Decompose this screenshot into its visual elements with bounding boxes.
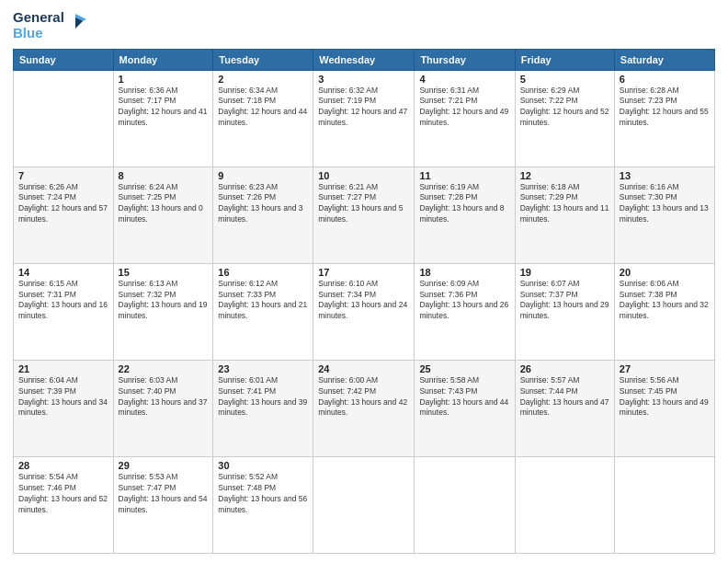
- day-info: Sunrise: 6:10 AM Sunset: 7:34 PM Dayligh…: [318, 279, 409, 323]
- day-cell: 26 Sunrise: 5:57 AM Sunset: 7:44 PM Dayl…: [515, 360, 614, 456]
- header: General Blue: [13, 9, 715, 41]
- day-number: 8: [119, 170, 209, 181]
- week-row-5: 28 Sunrise: 5:54 AM Sunset: 7:46 PM Dayl…: [14, 456, 715, 553]
- day-info: Sunrise: 6:13 AM Sunset: 7:32 PM Dayligh…: [119, 279, 209, 323]
- day-info: Sunrise: 6:07 AM Sunset: 7:37 PM Dayligh…: [520, 279, 609, 323]
- week-row-4: 21 Sunrise: 6:04 AM Sunset: 7:39 PM Dayl…: [14, 360, 715, 456]
- day-cell: 13 Sunrise: 6:16 AM Sunset: 7:30 PM Dayl…: [614, 167, 714, 263]
- day-info: Sunrise: 5:54 AM Sunset: 7:46 PM Dayligh…: [18, 472, 108, 516]
- day-cell: 25 Sunrise: 5:58 AM Sunset: 7:43 PM Dayl…: [415, 360, 515, 456]
- day-info: Sunrise: 6:00 AM Sunset: 7:42 PM Dayligh…: [318, 375, 409, 419]
- day-cell: [313, 456, 415, 553]
- day-info: Sunrise: 6:34 AM Sunset: 7:18 PM Dayligh…: [218, 86, 308, 130]
- day-number: 3: [318, 74, 409, 85]
- week-row-3: 14 Sunrise: 6:15 AM Sunset: 7:31 PM Dayl…: [14, 263, 715, 360]
- day-number: 19: [520, 267, 609, 278]
- day-cell: 28 Sunrise: 5:54 AM Sunset: 7:46 PM Dayl…: [14, 456, 114, 553]
- day-number: 1: [119, 74, 209, 85]
- day-info: Sunrise: 6:24 AM Sunset: 7:25 PM Dayligh…: [119, 182, 209, 226]
- day-number: 11: [419, 170, 509, 181]
- day-info: Sunrise: 6:04 AM Sunset: 7:39 PM Dayligh…: [18, 375, 108, 419]
- day-number: 4: [419, 74, 509, 85]
- day-cell: 4 Sunrise: 6:31 AM Sunset: 7:21 PM Dayli…: [415, 70, 515, 167]
- day-info: Sunrise: 6:29 AM Sunset: 7:22 PM Dayligh…: [520, 86, 609, 130]
- day-info: Sunrise: 6:18 AM Sunset: 7:29 PM Dayligh…: [520, 182, 609, 226]
- logo-text-general: General: [13, 9, 64, 25]
- day-cell: 18 Sunrise: 6:09 AM Sunset: 7:36 PM Dayl…: [415, 263, 515, 360]
- day-number: 16: [218, 267, 308, 278]
- day-cell: 9 Sunrise: 6:23 AM Sunset: 7:26 PM Dayli…: [213, 167, 313, 263]
- day-info: Sunrise: 6:32 AM Sunset: 7:19 PM Dayligh…: [318, 86, 409, 130]
- day-number: 18: [419, 267, 509, 278]
- day-cell: 22 Sunrise: 6:03 AM Sunset: 7:40 PM Dayl…: [113, 360, 213, 456]
- day-cell: [415, 456, 515, 553]
- day-info: Sunrise: 6:21 AM Sunset: 7:27 PM Dayligh…: [318, 182, 409, 226]
- day-info: Sunrise: 6:19 AM Sunset: 7:28 PM Dayligh…: [419, 182, 509, 226]
- day-number: 15: [119, 267, 209, 278]
- week-row-2: 7 Sunrise: 6:26 AM Sunset: 7:24 PM Dayli…: [14, 167, 715, 263]
- day-number: 27: [620, 363, 710, 374]
- day-number: 17: [318, 267, 409, 278]
- day-info: Sunrise: 6:06 AM Sunset: 7:38 PM Dayligh…: [620, 279, 710, 323]
- day-number: 12: [520, 170, 609, 181]
- day-cell: 24 Sunrise: 6:00 AM Sunset: 7:42 PM Dayl…: [313, 360, 415, 456]
- day-number: 22: [119, 363, 209, 374]
- day-cell: 27 Sunrise: 5:56 AM Sunset: 7:45 PM Dayl…: [614, 360, 714, 456]
- calendar-table: SundayMondayTuesdayWednesdayThursdayFrid…: [13, 49, 715, 555]
- day-cell: [614, 456, 714, 553]
- day-info: Sunrise: 6:16 AM Sunset: 7:30 PM Dayligh…: [620, 182, 710, 226]
- column-header-tuesday: Tuesday: [213, 49, 313, 70]
- day-cell: 10 Sunrise: 6:21 AM Sunset: 7:27 PM Dayl…: [313, 167, 415, 263]
- day-number: 23: [218, 363, 308, 374]
- day-cell: 6 Sunrise: 6:28 AM Sunset: 7:23 PM Dayli…: [614, 70, 714, 167]
- day-cell: 7 Sunrise: 6:26 AM Sunset: 7:24 PM Dayli…: [14, 167, 114, 263]
- day-cell: 17 Sunrise: 6:10 AM Sunset: 7:34 PM Dayl…: [313, 263, 415, 360]
- day-number: 21: [18, 363, 108, 374]
- header-row: SundayMondayTuesdayWednesdayThursdayFrid…: [14, 49, 715, 70]
- day-info: Sunrise: 6:23 AM Sunset: 7:26 PM Dayligh…: [218, 182, 308, 226]
- day-cell: 20 Sunrise: 6:06 AM Sunset: 7:38 PM Dayl…: [614, 263, 714, 360]
- day-cell: 29 Sunrise: 5:53 AM Sunset: 7:47 PM Dayl…: [113, 456, 213, 553]
- day-info: Sunrise: 6:28 AM Sunset: 7:23 PM Dayligh…: [620, 86, 710, 130]
- day-info: Sunrise: 6:03 AM Sunset: 7:40 PM Dayligh…: [119, 375, 209, 419]
- day-number: 28: [18, 460, 108, 471]
- day-info: Sunrise: 5:52 AM Sunset: 7:48 PM Dayligh…: [218, 472, 308, 516]
- day-cell: 11 Sunrise: 6:19 AM Sunset: 7:28 PM Dayl…: [415, 167, 515, 263]
- day-info: Sunrise: 6:15 AM Sunset: 7:31 PM Dayligh…: [18, 279, 108, 323]
- logo-bird-icon: [66, 12, 86, 38]
- day-number: 20: [620, 267, 710, 278]
- column-header-sunday: Sunday: [14, 49, 114, 70]
- week-row-1: 1 Sunrise: 6:36 AM Sunset: 7:17 PM Dayli…: [14, 70, 715, 167]
- day-info: Sunrise: 6:31 AM Sunset: 7:21 PM Dayligh…: [419, 86, 509, 130]
- day-cell: 15 Sunrise: 6:13 AM Sunset: 7:32 PM Dayl…: [113, 263, 213, 360]
- day-info: Sunrise: 6:01 AM Sunset: 7:41 PM Dayligh…: [218, 375, 308, 419]
- day-info: Sunrise: 6:26 AM Sunset: 7:24 PM Dayligh…: [18, 182, 108, 226]
- day-number: 26: [520, 363, 609, 374]
- column-header-thursday: Thursday: [415, 49, 515, 70]
- day-number: 7: [18, 170, 108, 181]
- column-header-saturday: Saturday: [614, 49, 714, 70]
- day-cell: 30 Sunrise: 5:52 AM Sunset: 7:48 PM Dayl…: [213, 456, 313, 553]
- page: General Blue SundayMondayTuesdayWednesda…: [0, 0, 728, 563]
- day-info: Sunrise: 6:12 AM Sunset: 7:33 PM Dayligh…: [218, 279, 308, 323]
- day-cell: 16 Sunrise: 6:12 AM Sunset: 7:33 PM Dayl…: [213, 263, 313, 360]
- day-cell: 23 Sunrise: 6:01 AM Sunset: 7:41 PM Dayl…: [213, 360, 313, 456]
- day-number: 14: [18, 267, 108, 278]
- day-number: 6: [620, 74, 710, 85]
- day-cell: 5 Sunrise: 6:29 AM Sunset: 7:22 PM Dayli…: [515, 70, 614, 167]
- day-cell: 14 Sunrise: 6:15 AM Sunset: 7:31 PM Dayl…: [14, 263, 114, 360]
- day-info: Sunrise: 5:58 AM Sunset: 7:43 PM Dayligh…: [419, 375, 509, 419]
- day-number: 30: [218, 460, 308, 471]
- day-number: 5: [520, 74, 609, 85]
- day-info: Sunrise: 5:53 AM Sunset: 7:47 PM Dayligh…: [119, 472, 209, 516]
- logo: General Blue: [13, 9, 86, 41]
- day-cell: 8 Sunrise: 6:24 AM Sunset: 7:25 PM Dayli…: [113, 167, 213, 263]
- day-cell: 2 Sunrise: 6:34 AM Sunset: 7:18 PM Dayli…: [213, 70, 313, 167]
- day-number: 13: [620, 170, 710, 181]
- day-cell: 19 Sunrise: 6:07 AM Sunset: 7:37 PM Dayl…: [515, 263, 614, 360]
- day-cell: 21 Sunrise: 6:04 AM Sunset: 7:39 PM Dayl…: [14, 360, 114, 456]
- day-number: 10: [318, 170, 409, 181]
- logo-text-blue: Blue: [13, 25, 43, 40]
- day-cell: 3 Sunrise: 6:32 AM Sunset: 7:19 PM Dayli…: [313, 70, 415, 167]
- day-cell: 12 Sunrise: 6:18 AM Sunset: 7:29 PM Dayl…: [515, 167, 614, 263]
